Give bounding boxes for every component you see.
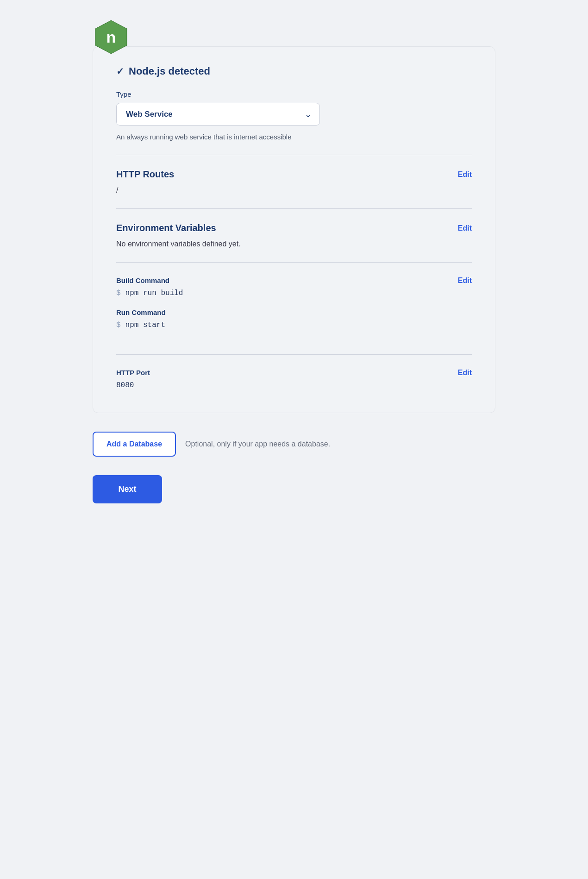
type-label: Type: [116, 90, 472, 98]
divider-3: [116, 262, 472, 263]
svg-text:n: n: [106, 28, 116, 46]
http-routes-header: HTTP Routes Edit: [116, 169, 472, 180]
main-card: ✓ Node.js detected Type Web Service ⌄ An…: [93, 46, 495, 413]
http-routes-value: /: [116, 186, 472, 195]
run-command-line: $ npm start: [116, 321, 458, 329]
env-variables-edit-button[interactable]: Edit: [458, 224, 472, 232]
add-database-button[interactable]: Add a Database: [93, 432, 176, 457]
http-routes-section: HTTP Routes Edit /: [116, 169, 472, 195]
detected-title: Node.js detected: [129, 65, 210, 77]
type-section: Type Web Service ⌄ An always running web…: [116, 90, 472, 141]
logo-area: n: [93, 19, 495, 46]
add-database-row: Add a Database Optional, only if your ap…: [93, 432, 495, 457]
http-routes-edit-button[interactable]: Edit: [458, 170, 472, 179]
commands-section: Build Command $ npm run build Run Comman…: [116, 276, 472, 340]
divider-1: [116, 155, 472, 155]
run-command-text: npm start: [125, 321, 165, 329]
check-icon: ✓: [116, 66, 124, 77]
env-variables-value: No environment variables defined yet.: [116, 240, 472, 248]
http-routes-title: HTTP Routes: [116, 169, 174, 180]
type-select-wrapper: Web Service ⌄: [116, 103, 320, 126]
env-variables-section: Environment Variables Edit No environmen…: [116, 223, 472, 248]
run-command-section: Run Command $ npm start: [116, 308, 458, 329]
http-port-edit-button[interactable]: Edit: [458, 369, 472, 377]
build-command-text: npm run build: [125, 289, 183, 297]
env-variables-header: Environment Variables Edit: [116, 223, 472, 233]
bottom-section: Add a Database Optional, only if your ap…: [93, 432, 495, 503]
run-dollar-sign: $: [116, 321, 121, 329]
commands-left: Build Command $ npm run build Run Comman…: [116, 276, 458, 340]
run-command-label: Run Command: [116, 308, 458, 316]
http-port-section: HTTP Port 8080 Edit: [116, 369, 472, 389]
http-port-value: 8080: [116, 381, 150, 389]
build-command-label: Build Command: [116, 276, 458, 284]
http-port-label: HTTP Port: [116, 369, 150, 377]
port-left: HTTP Port 8080: [116, 369, 150, 389]
build-command-edit-button[interactable]: Edit: [458, 276, 472, 285]
divider-4: [116, 354, 472, 355]
page-container: n ✓ Node.js detected Type Web Service ⌄ …: [93, 19, 495, 503]
next-button[interactable]: Next: [93, 475, 162, 503]
logo-icon: n: [93, 19, 130, 56]
detected-header: ✓ Node.js detected: [116, 65, 472, 77]
type-description: An always running web service that is in…: [116, 133, 472, 141]
build-command-section: Build Command $ npm run build: [116, 276, 458, 297]
env-variables-title: Environment Variables: [116, 223, 216, 233]
build-dollar-sign: $: [116, 289, 121, 297]
divider-2: [116, 208, 472, 209]
build-command-line: $ npm run build: [116, 289, 458, 297]
add-database-note: Optional, only if your app needs a datab…: [185, 440, 330, 448]
type-select[interactable]: Web Service: [116, 103, 320, 126]
